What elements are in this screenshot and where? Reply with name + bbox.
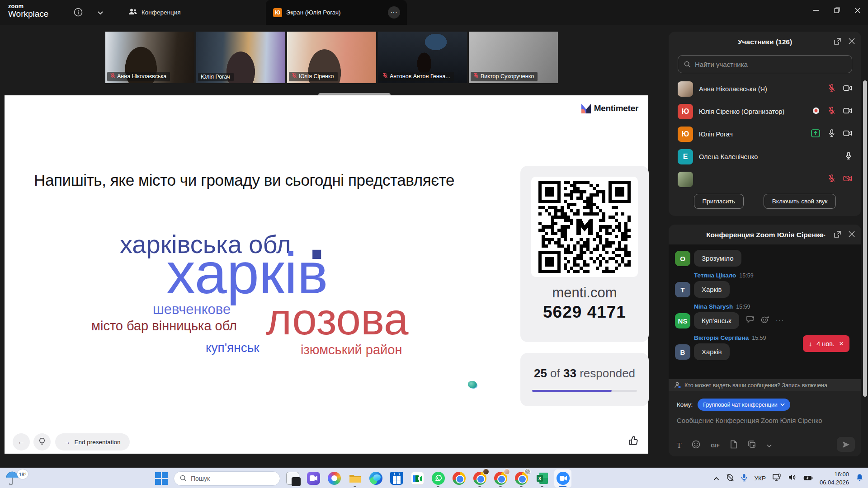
video-tile[interactable]: Юлія Сіренко — [287, 32, 376, 83]
message-input[interactable]: Сообщение Конференция Zoom Юлія Сіренко — [677, 417, 822, 424]
participant-row[interactable]: Анна Ніколаєвська (Я) — [669, 78, 861, 100]
reply-icon[interactable] — [746, 316, 755, 325]
zoom-app-icon[interactable] — [554, 469, 571, 488]
volume-icon[interactable] — [788, 474, 797, 483]
gif-icon[interactable]: GIF — [711, 443, 720, 448]
task-view-icon[interactable] — [284, 469, 301, 488]
wordcloud-word: куп'янськ — [206, 342, 259, 354]
battery-charging-icon[interactable] — [803, 474, 813, 483]
google-meet-icon[interactable] — [409, 469, 426, 488]
excel-icon[interactable]: X — [533, 469, 551, 488]
participant-row[interactable]: Е Олена Каленіченко — [669, 145, 861, 168]
video-tile[interactable]: Виктор Сухорученко — [469, 32, 558, 83]
camera-icon — [843, 130, 852, 138]
tips-button[interactable] — [33, 433, 51, 450]
network-icon[interactable] — [773, 474, 782, 483]
more-icon[interactable]: ··· — [776, 317, 784, 325]
chrome-profile-1-icon[interactable] — [471, 469, 488, 488]
edge-icon[interactable] — [367, 469, 384, 488]
chat-messages: О Зрозуміло ··· Т Тетяна Цікало15:59 Хар… — [669, 244, 861, 379]
tab-conference[interactable]: Конференция — [121, 0, 188, 25]
taskbar: 18° Пошук X УКР — [0, 468, 868, 488]
message-bubble: Харків — [694, 343, 730, 360]
scrollbar-thumb[interactable] — [863, 80, 867, 397]
compose-toolbar: T GIF — [677, 440, 772, 450]
screenshot-icon[interactable] — [748, 440, 756, 450]
chat-app-icon[interactable] — [305, 469, 322, 488]
video-tile[interactable]: Юлія Рогач — [196, 32, 285, 83]
previous-slide-button[interactable]: ← — [13, 433, 30, 450]
message-bubble: Куп'янськ — [694, 312, 739, 329]
wordcloud-word: шевченкове — [153, 302, 231, 316]
taskbar-search[interactable]: Пошук — [174, 471, 280, 486]
end-presentation-button[interactable]: → End presentation — [55, 433, 130, 450]
clock[interactable]: 16:00 06.04.2026 — [820, 470, 849, 486]
chrome-profile-2-icon[interactable] — [492, 469, 509, 488]
participant-row[interactable]: Ю Юлія Сіренко (Организатор) — [669, 100, 861, 123]
add-reaction-icon[interactable] — [761, 316, 769, 325]
unmute-button[interactable]: Включить свой звук — [764, 194, 836, 209]
file-icon[interactable] — [730, 440, 737, 450]
wordcloud-word: місто бар вінницька обл — [91, 319, 237, 333]
format-icon[interactable]: T — [677, 441, 681, 450]
chat-message[interactable]: Т Тетяна Цікало15:59 Харків ··· — [669, 272, 861, 298]
language-indicator[interactable]: УКР — [754, 475, 765, 482]
minimize-button[interactable] — [806, 0, 826, 20]
info-icon[interactable] — [73, 7, 83, 19]
sender-name: Вікторія Сергіївна — [694, 334, 749, 341]
thumbs-up-button[interactable] — [627, 435, 639, 448]
participant-status-icons — [844, 152, 852, 162]
tab-screen-share[interactable]: Ю Экран (Юлія Рогач) — [266, 0, 407, 25]
send-button[interactable] — [837, 437, 855, 452]
whatsapp-icon[interactable] — [429, 469, 447, 488]
message-time: 15:59 — [739, 272, 753, 279]
dismiss-icon[interactable]: × — [839, 339, 844, 348]
chevron-down-icon[interactable] — [767, 441, 772, 450]
hidden-icons-chevron[interactable] — [713, 474, 719, 483]
microphone-in-use-icon[interactable] — [741, 474, 747, 483]
tab-more-button[interactable]: ··· — [388, 6, 400, 19]
microsoft-store-icon[interactable] — [388, 469, 405, 488]
more-icon[interactable]: ··· — [818, 231, 826, 239]
close-icon[interactable] — [849, 231, 855, 239]
popout-icon[interactable] — [834, 230, 841, 240]
video-tile[interactable]: Анна Ніколаєвська — [105, 32, 194, 83]
chrome-profile-3-icon[interactable] — [513, 469, 530, 488]
people-icon — [128, 8, 137, 17]
notification-bell-icon[interactable] — [856, 474, 863, 483]
chat-message[interactable]: NS Nina Sharysh15:59 Куп'янськ ··· — [669, 303, 861, 329]
participant-name-chip: Юлія Сіренко — [289, 72, 338, 81]
responded-of: of — [550, 366, 560, 380]
tab-avatar: Ю — [273, 8, 282, 17]
start-button[interactable] — [153, 469, 170, 488]
responses-card: 25 of 33 responded — [520, 353, 649, 406]
mouse-disabled-icon[interactable] — [726, 474, 734, 483]
wordcloud-word: харків — [166, 244, 328, 302]
new-messages-badge[interactable]: ↓ 4 нов. × — [803, 335, 849, 352]
participant-status-icons — [812, 107, 852, 117]
copilot-icon[interactable] — [326, 469, 343, 488]
close-button[interactable] — [847, 0, 868, 20]
chat-message[interactable]: О Зрозуміло ··· — [669, 250, 861, 267]
participant-row[interactable]: Ю Юлія Рогач — [669, 123, 861, 145]
wordcloud-word: лозова — [266, 297, 409, 341]
recipient-selector[interactable]: Групповой чат конференции — [698, 399, 790, 411]
file-explorer-icon[interactable] — [346, 469, 363, 488]
search-participant-input[interactable]: Найти участника — [678, 55, 852, 73]
invite-button[interactable]: Пригласить — [694, 194, 744, 209]
participants-header: Участники (126) — [669, 32, 861, 52]
close-icon[interactable] — [849, 38, 855, 46]
screen: zoom Workplace Конференция Ю Экран (Юлія… — [0, 0, 868, 488]
participant-row[interactable] — [669, 168, 861, 191]
svg-text:X: X — [538, 476, 542, 481]
popout-icon[interactable] — [834, 38, 841, 47]
chevron-down-icon[interactable] — [97, 9, 104, 17]
responses-text: 25 of 33 responded — [520, 366, 649, 380]
emoji-icon[interactable] — [692, 440, 700, 450]
chrome-icon[interactable] — [450, 469, 467, 488]
chat-compose: Кому: Групповой чат конференции Сообщени… — [669, 391, 861, 456]
video-tile[interactable]: Антонов Антон Генна... — [378, 32, 467, 83]
mic-icon — [828, 129, 835, 139]
restore-button[interactable] — [826, 0, 847, 20]
weather-widget[interactable]: 18° — [5, 469, 29, 488]
